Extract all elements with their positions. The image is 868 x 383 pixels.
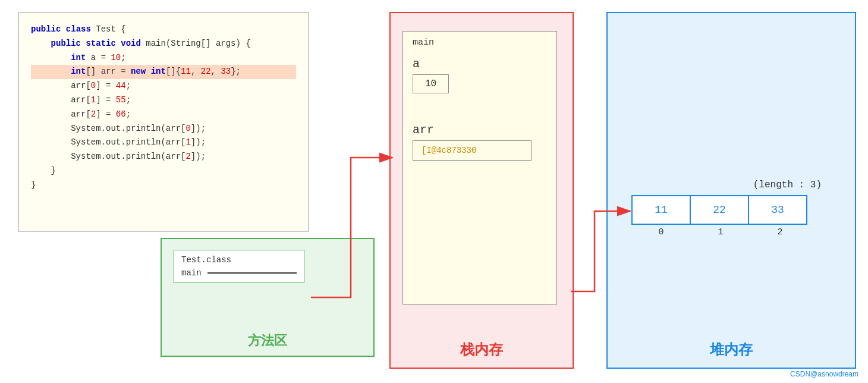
code-panel: public class Test { public static void m… (18, 12, 309, 232)
code-line-9: arr[2] = 66; (31, 108, 296, 122)
array-index-0: 0 (631, 227, 691, 237)
code-line-1: public class Test { (31, 23, 296, 37)
main-frame: main a 10 arr [I@4c873330 (402, 31, 557, 304)
array-index-1: 1 (691, 227, 750, 237)
array-cell-1: 22 (690, 195, 749, 225)
method-area-label: 方法区 (248, 332, 287, 350)
code-line-11: System.out.println(arr[0]); (31, 122, 296, 136)
line-dash (207, 272, 297, 274)
val-a-box: 10 (413, 74, 449, 93)
stack-label: 栈内存 (460, 340, 503, 359)
class-name-label: Test.class (181, 255, 297, 265)
main-method-line: main (181, 268, 297, 278)
array-index-2: 2 (750, 227, 810, 237)
heap-label: 堆内存 (710, 340, 753, 359)
code-line-13: System.out.println(arr[2]); (31, 150, 296, 164)
array-container: (length : 3) 11 22 33 0 1 2 (631, 180, 828, 237)
array-indices: 0 1 2 (631, 227, 828, 237)
var-a-label: a (413, 57, 547, 71)
var-arr-label: arr (413, 123, 547, 137)
code-line-12: System.out.println(arr[1]); (31, 136, 296, 150)
val-arr-box: [I@4c873330 (413, 140, 532, 161)
code-line-5: int[] arr = new int[]{11, 22, 33}; (31, 65, 296, 79)
heap-area: (length : 3) 11 22 33 0 1 2 堆内存 (606, 12, 856, 369)
watermark: CSDN@asnowdream (790, 370, 858, 378)
code-line-14: } (31, 164, 296, 178)
code-line-8: arr[1] = 55; (31, 93, 296, 108)
array-length-label: (length : 3) (631, 180, 828, 190)
code-line-15: } (31, 178, 296, 193)
code-line-7: arr[0] = 44; (31, 79, 296, 93)
array-cell-2: 33 (748, 195, 807, 225)
stack-area: main a 10 arr [I@4c873330 栈内存 (389, 12, 574, 369)
code-line-2: public static void main(String[] args) { (31, 37, 296, 51)
array-cell-0: 11 (631, 195, 691, 225)
frame-title: main (413, 37, 547, 48)
test-class-box: Test.class main (174, 250, 304, 283)
code-line-3: int a = 10; (31, 51, 296, 65)
array-cells: 11 22 33 (631, 195, 828, 225)
method-area: Test.class main 方法区 (161, 238, 375, 357)
main-method-label: main (181, 268, 202, 278)
